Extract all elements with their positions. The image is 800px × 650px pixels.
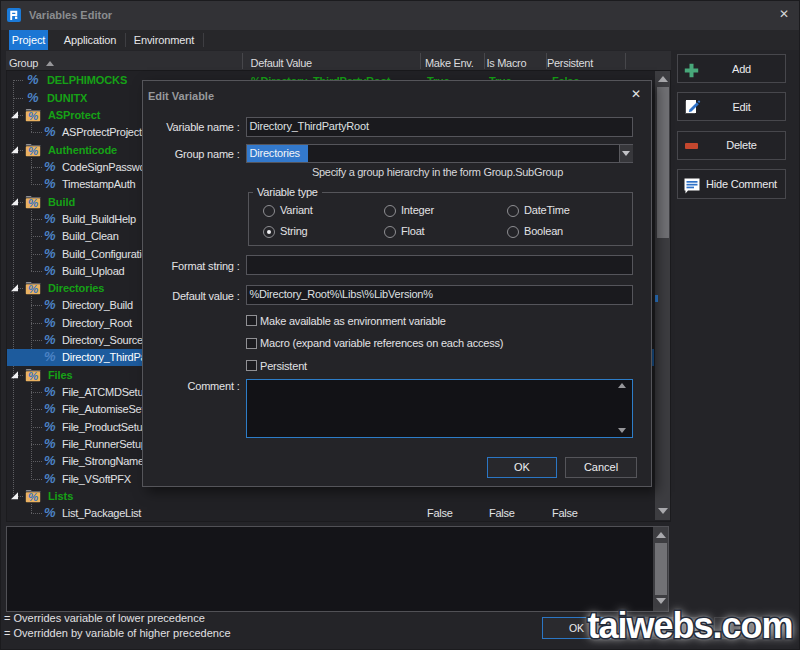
svg-text:%: % <box>28 145 38 157</box>
svg-text:%: % <box>28 370 38 382</box>
svg-text:taiwebs.com: taiwebs.com <box>587 605 792 646</box>
svg-text:%: % <box>28 197 38 209</box>
svg-text:%: % <box>28 110 38 122</box>
svg-text:%: % <box>28 491 38 503</box>
svg-text:%: % <box>28 283 38 295</box>
